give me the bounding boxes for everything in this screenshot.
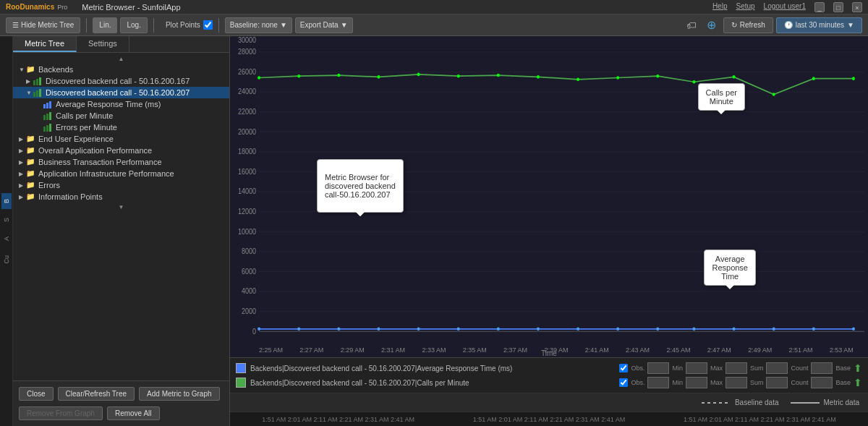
folder-icon: 📁 bbox=[26, 146, 36, 155]
export-data-dropdown[interactable]: Export Data ▼ bbox=[295, 17, 353, 33]
chart-main: 0 2000 4000 6000 8000 10000 12000 14000 … bbox=[230, 36, 868, 357]
svg-point-53 bbox=[497, 74, 500, 77]
maximize-button[interactable]: □ bbox=[833, 2, 843, 12]
legend-base-0[interactable] bbox=[811, 362, 833, 374]
dashed-line-icon bbox=[702, 402, 731, 404]
remove-from-graph-button[interactable]: Remove From Graph bbox=[19, 406, 103, 420]
add-metric-button[interactable]: Add Metric to Graph bbox=[139, 387, 219, 401]
tree-item-end-user[interactable]: ▶ 📁 End User Experience bbox=[13, 133, 229, 145]
svg-rect-6 bbox=[43, 104, 46, 108]
help-link[interactable]: Help bbox=[712, 2, 728, 12]
side-label-b[interactable]: B bbox=[1, 193, 12, 209]
svg-text:6000: 6000 bbox=[242, 267, 257, 276]
close-button[interactable]: Close bbox=[19, 387, 54, 401]
svg-point-52 bbox=[457, 74, 460, 78]
legend-sum-1[interactable] bbox=[726, 377, 747, 388]
legend-obs-check-0[interactable] bbox=[619, 364, 628, 372]
expand-arrow[interactable]: ▼ bbox=[19, 67, 26, 73]
svg-point-66 bbox=[377, 328, 380, 331]
legend-count-1[interactable] bbox=[766, 377, 788, 388]
legend-arrow-1[interactable]: ⬆ bbox=[854, 377, 862, 388]
expand-arrow[interactable]: ▼ bbox=[26, 90, 33, 96]
tree-item-calls[interactable]: Calls per Minute bbox=[13, 110, 229, 122]
legend-label-0: Backends|Discovered backend call - 50.16… bbox=[250, 365, 615, 372]
remove-all-button[interactable]: Remove All bbox=[107, 406, 160, 420]
chart-tooltip-calls: Calls perMinute bbox=[698, 83, 745, 111]
metric-legend: Metric data bbox=[791, 399, 859, 406]
time-range-button[interactable]: 🕐 last 30 minutes ▼ bbox=[776, 17, 862, 33]
chart-area: 0 2000 4000 6000 8000 10000 12000 14000 … bbox=[230, 36, 868, 426]
x-tick: 2:53 AM bbox=[830, 346, 854, 354]
clear-refresh-button[interactable]: Clear/Refresh Tree bbox=[58, 387, 135, 401]
logout-link[interactable]: Logout user1 bbox=[764, 2, 806, 12]
close-button[interactable]: × bbox=[852, 2, 862, 12]
hide-metric-tree-button[interactable]: ☰ Hide Metric Tree bbox=[6, 17, 80, 33]
legend-max-1[interactable] bbox=[686, 377, 707, 388]
tree-item-discovered2[interactable]: ▼ Discovered backend call - 50.16.200.20… bbox=[13, 87, 229, 98]
svg-rect-14 bbox=[49, 124, 51, 132]
side-label-s[interactable]: S bbox=[1, 212, 12, 228]
x-tick: 2:49 AM bbox=[748, 346, 772, 354]
baseline-label: Baseline data bbox=[735, 399, 779, 406]
x-axis-labels: 2:25 AM 2:27 AM 2:29 AM 2:31 AM 2:33 AM … bbox=[259, 346, 868, 354]
panel-tabs: Metric Tree Settings bbox=[13, 36, 229, 53]
bottom-actions-row1: Close Clear/Refresh Tree Add Metric to G… bbox=[19, 384, 224, 404]
tree-item-errors[interactable]: ▶ 📁 Errors bbox=[13, 179, 229, 191]
svg-point-64 bbox=[297, 328, 300, 331]
plot-points-checkbox[interactable] bbox=[203, 20, 213, 30]
tree-item-discovered1[interactable]: ▶ Discovered backend call - 50.16.200.16… bbox=[13, 75, 229, 87]
refresh-button[interactable]: ↻ Refresh bbox=[723, 17, 773, 33]
tab-settings[interactable]: Settings bbox=[77, 36, 129, 52]
side-label-cu[interactable]: Cu bbox=[1, 250, 12, 270]
chart-tooltip-browser: Metric Browser for discovered backend ca… bbox=[317, 159, 404, 213]
svg-point-76 bbox=[773, 328, 775, 331]
metric-tree[interactable]: ▲ ▼ 📁 Backends ▶ Discover bbox=[13, 53, 229, 380]
svg-text:10000: 10000 bbox=[238, 227, 257, 236]
tab-metric-tree[interactable]: Metric Tree bbox=[13, 36, 77, 52]
svg-text:14000: 14000 bbox=[238, 187, 257, 196]
svg-text:0: 0 bbox=[252, 327, 257, 336]
svg-point-56 bbox=[616, 76, 619, 80]
legend-obs-check-1[interactable] bbox=[619, 378, 628, 387]
tree-item-business[interactable]: ▶ 📁 Business Transaction Performance bbox=[13, 156, 229, 168]
expand-arrow[interactable]: ▶ bbox=[26, 78, 33, 85]
tree-item-avg-response[interactable]: Average Response Time (ms) bbox=[13, 98, 229, 110]
tree-item-info-points[interactable]: ▶ 📁 Information Points bbox=[13, 191, 229, 203]
scroll-down-btn[interactable]: ▼ bbox=[13, 203, 229, 212]
svg-text:16000: 16000 bbox=[238, 167, 257, 176]
legend-base-1[interactable] bbox=[811, 377, 833, 388]
svg-point-47 bbox=[258, 76, 260, 80]
folder-icon: 📁 bbox=[26, 65, 36, 74]
plus-circle-icon[interactable]: ⊕ bbox=[703, 17, 720, 34]
lin-button[interactable]: Lin. bbox=[93, 17, 117, 33]
scroll-up-btn[interactable]: ▲ bbox=[13, 54, 229, 64]
logo: RooDunamics bbox=[6, 3, 54, 11]
svg-point-59 bbox=[733, 75, 736, 79]
x-tick: 2:25 AM bbox=[259, 346, 283, 354]
svg-point-69 bbox=[497, 328, 500, 331]
legend-count-0[interactable] bbox=[766, 362, 788, 374]
tree-item-backends[interactable]: ▼ 📁 Backends bbox=[13, 64, 229, 75]
legend-sum-0[interactable] bbox=[726, 362, 747, 374]
log-button[interactable]: Log. bbox=[120, 17, 147, 33]
x-tick: 2:29 AM bbox=[341, 346, 365, 354]
baseline-dropdown[interactable]: Baseline: none ▼ bbox=[225, 17, 292, 33]
minimize-button[interactable]: _ bbox=[814, 2, 825, 12]
tag-icon[interactable]: 🏷 bbox=[683, 17, 700, 34]
legend-color-1 bbox=[236, 378, 246, 388]
legend-arrow-0[interactable]: ⬆ bbox=[854, 362, 862, 374]
tree-item-app-infra[interactable]: ▶ 📁 Application Infrastructure Performan… bbox=[13, 168, 229, 179]
legend-controls-0: Obs. Min Max Sum Count Base ⬆ bbox=[619, 362, 862, 374]
svg-rect-5 bbox=[39, 89, 41, 97]
legend-min-0[interactable] bbox=[647, 362, 669, 374]
svg-point-75 bbox=[733, 328, 736, 331]
legend-row-0: Backends|Discovered backend call - 50.16… bbox=[236, 361, 862, 375]
tree-item-overall[interactable]: ▶ 📁 Overall Application Performance bbox=[13, 145, 229, 156]
side-label-a[interactable]: A bbox=[1, 231, 12, 247]
x-tick: 2:43 AM bbox=[626, 346, 650, 354]
tree-item-errors-min[interactable]: Errors per Minute bbox=[13, 122, 229, 133]
setup-link[interactable]: Setup bbox=[736, 2, 754, 12]
legend-max-0[interactable] bbox=[686, 362, 707, 374]
legend-min-1[interactable] bbox=[647, 377, 669, 388]
bottom-actions-row2: Remove From Graph Remove All bbox=[19, 404, 224, 423]
